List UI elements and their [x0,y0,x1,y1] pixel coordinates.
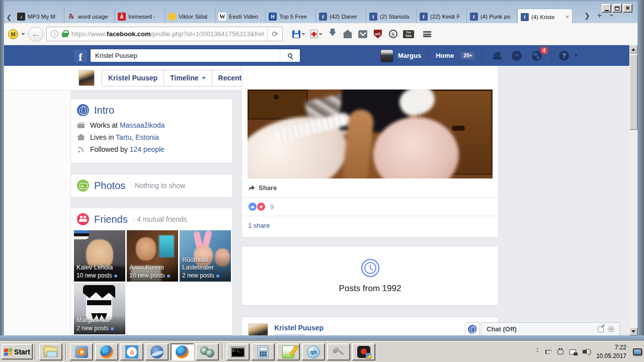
friend-tile[interactable]: Aavo Kreem10 new posts [127,230,178,282]
back-button[interactable]: ← [28,27,43,42]
notepadpp-launcher[interactable] [277,343,300,360]
friend-tile[interactable]: Rõõmulill Lasteteater2 new posts [180,230,231,282]
minimize-button[interactable] [602,4,611,13]
notifications-button[interactable]: 4 [529,49,544,62]
city-link[interactable]: Tartu, Estonia [116,133,159,141]
url-bar[interactable]: i https://www.facebook.com/profile.php?i… [46,27,283,41]
greasemonkey-dropdown-icon[interactable] [21,33,25,35]
tab-fb-punk[interactable]: f(4) Punk po [467,9,517,25]
firefox-launcher[interactable] [95,343,118,360]
photos-title-link[interactable]: Photos [94,180,125,192]
account-menu-caret-icon[interactable] [574,54,578,57]
cmd-launcher[interactable]: C:\_ [226,343,250,360]
share-count-link[interactable]: 1 share [248,222,270,229]
home-link[interactable]: Home [436,52,454,59]
friend-photo-detail [159,235,174,257]
tab-mp3[interactable]: ♪MP3 My M [14,9,64,25]
downloads-button[interactable] [326,27,339,42]
network-icon[interactable] [569,348,577,356]
explorer-launcher[interactable] [39,343,62,360]
scroll-down-button[interactable] [629,327,637,335]
save-page-button[interactable] [291,27,307,42]
screen-recorder-launcher[interactable] [352,343,375,360]
ublock-button[interactable]: uO [371,27,384,42]
timeline-dropdown[interactable]: Timeline [164,70,212,86]
search-button[interactable] [280,49,300,62]
home-button[interactable] [341,27,354,42]
post-photo[interactable] [248,89,493,178]
reload-button[interactable]: ⟳ [267,27,282,41]
tab-list-dropdown-icon[interactable] [609,15,613,17]
volume-icon[interactable] [582,348,590,356]
tab-viktor[interactable]: Viktor Siilat [165,9,215,25]
tray-expand-button[interactable]: ⌃⌃ [535,349,539,354]
youtube-button[interactable]: YouTube [401,27,416,42]
friend-name-overlay: Rõõmulill Lasteteater2 new posts [180,255,231,282]
tab-scroll-left-button[interactable]: ❮ [4,11,14,24]
facebook-logo[interactable]: f [74,49,87,62]
tab-top5[interactable]: HTop 5 Free [266,9,316,25]
microphone-app-launcher[interactable] [327,343,350,360]
url-text[interactable]: https://www.facebook.com/profile.php?id=… [71,30,264,38]
chat-bar[interactable]: Chat (Off) [481,322,620,335]
vertical-scrollbar[interactable] [629,45,637,335]
media-player-launcher[interactable] [70,343,93,360]
firefox-active-task[interactable] [171,343,194,360]
tab-fb-daner[interactable]: f(42) Daner [316,9,366,25]
reaction-count[interactable]: 9 [270,203,274,211]
health-report-button[interactable] [309,27,324,42]
camera-app-launcher[interactable] [196,343,219,360]
followers-link[interactable]: 124 people [130,145,165,153]
tab-fb-kristel-active[interactable]: f(4) Kriste× [517,9,573,25]
intro-title: Intro [94,105,114,116]
pocket-button[interactable] [356,27,369,42]
messenger-button[interactable] [509,49,524,62]
s-extension-button[interactable]: S [386,27,399,42]
friend-requests-button[interactable] [489,49,504,62]
scroll-up-button[interactable] [629,45,637,53]
tab-fb-keidi[interactable]: f(22) Keidi F [417,9,467,25]
tab-inimesed[interactable]: ÄInimesed - [115,9,165,25]
profile-avatar-small[interactable] [78,70,95,86]
tray-clock[interactable]: 7:22 10.05.2017 [594,343,628,359]
facebook-icon: f [369,13,377,21]
gear-icon[interactable] [608,326,614,332]
seamonkey-launcher[interactable] [145,343,169,360]
greasemonkey-icon[interactable]: M [8,29,18,39]
medic-page-icon [310,30,317,38]
tab-scroll-right-button[interactable]: ❯ [584,12,590,20]
app-a-launcher[interactable]: a [120,343,143,360]
friend-tile[interactable]: Kalev Lehola10 new posts [74,230,125,282]
page-info-icon[interactable]: i [51,30,58,38]
tab-fb-stanislav[interactable]: f(2) Stanisla [366,9,417,25]
calculator-launcher[interactable] [252,343,275,360]
new-posts-dot [111,327,114,330]
tab-word-usage[interactable]: &word usage [64,9,115,25]
help-button[interactable]: ? [559,51,569,61]
globe-quick-button[interactable] [465,322,480,335]
menu-button[interactable] [418,27,433,42]
power-plug-icon[interactable] [556,348,565,356]
maximize-button[interactable] [612,4,622,13]
post-author-avatar[interactable] [248,323,268,335]
friends-title-link[interactable]: Friends [94,214,128,225]
search-input[interactable] [91,52,280,59]
close-button[interactable]: ✕ [623,4,632,13]
scrollbar-thumb[interactable] [629,54,637,130]
show-desktop-button[interactable] [633,348,642,355]
reactions-row[interactable]: ♥ 9 [242,198,499,216]
tab-eesti-video[interactable]: WEesti Video [215,9,266,25]
start-button[interactable]: Start [2,344,33,359]
share-button[interactable]: Share [242,178,499,198]
qbittorrent-launcher[interactable]: qb [302,343,325,360]
tab-close-icon[interactable]: × [566,14,569,21]
user-avatar[interactable] [381,50,393,62]
profile-name-button[interactable]: Kristel Puusep [102,70,164,86]
user-name-link[interactable]: Margus [398,52,421,59]
friend-tile[interactable]: Margus Kiis2 new posts [74,283,125,334]
compose-icon[interactable] [598,326,604,332]
chat-icons [598,326,614,332]
workplace-link[interactable]: Massaažikoda [120,121,165,129]
action-center-flag-icon[interactable] [544,348,552,356]
post-author-link[interactable]: Kristel Puusep [274,324,324,332]
